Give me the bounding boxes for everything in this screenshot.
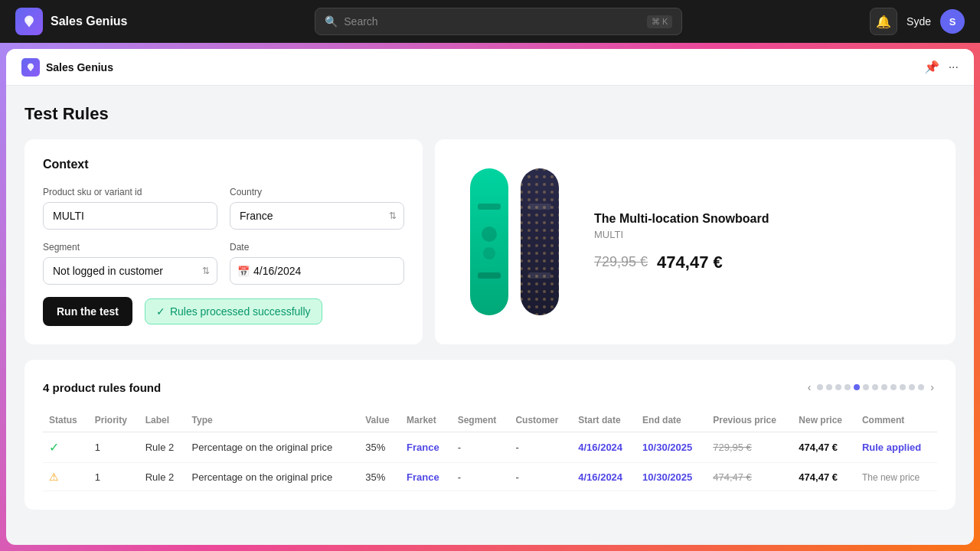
rules-section: 4 product rules found ‹ › [24, 360, 956, 510]
snowboard-images [467, 165, 562, 318]
inner-app-name-label: Sales Genius [46, 61, 113, 73]
page-dot-7[interactable] [872, 384, 878, 390]
row2-value: 35% [359, 463, 400, 491]
old-price: 729,95 € [594, 254, 648, 270]
rules-count-label: 4 product rules found [43, 381, 161, 394]
row1-priority: 1 [89, 432, 139, 463]
page-dot-10[interactable] [900, 384, 906, 390]
row2-comment-value: The new price [862, 472, 920, 483]
row1-label: Rule 2 [139, 432, 186, 463]
row2-start-date: 4/16/2024 [572, 463, 636, 491]
page-dot-4[interactable] [844, 384, 851, 390]
row1-customer: - [509, 432, 572, 463]
notifications-button[interactable]: 🔔 [870, 8, 897, 35]
row2-comment: The new price [856, 463, 937, 491]
checkmark-icon: ✓ [156, 305, 165, 318]
context-card: Context Product sku or variant id Countr… [24, 139, 423, 344]
row2-status: ⚠ [43, 463, 89, 491]
col-segment: Segment [452, 409, 510, 432]
svg-point-0 [28, 18, 31, 22]
success-message: Rules processed successfully [170, 305, 311, 318]
row2-end-date-value: 10/30/2025 [642, 471, 692, 483]
svg-rect-10 [528, 272, 551, 279]
col-start-date: Start date [572, 409, 636, 432]
page-dot-6[interactable] [863, 384, 869, 390]
row2-start-date-value: 4/16/2024 [578, 471, 622, 483]
page-dot-11[interactable] [909, 384, 915, 390]
product-sku: MULTI [594, 229, 769, 240]
next-page-arrow[interactable]: › [927, 378, 937, 396]
table-row: ⚠ 1 Rule 2 Percentage on the original pr… [43, 463, 937, 491]
page-dot-8[interactable] [881, 384, 887, 390]
svg-rect-3 [478, 272, 501, 279]
segment-label: Segment [43, 242, 217, 253]
avatar[interactable]: S [940, 9, 965, 34]
row2-type: Percentage on the original price [186, 463, 360, 491]
row1-start-date-value: 4/16/2024 [578, 442, 622, 453]
product-image-area [453, 158, 576, 326]
row2-market-link[interactable]: France [407, 471, 439, 483]
prev-page-arrow[interactable]: ‹ [805, 378, 815, 396]
main-content-wrapper: Sales Genius 📌 ··· Test Rules Context Pr… [6, 49, 974, 545]
page-content: Test Rules Context Product sku or varian… [6, 86, 974, 545]
country-select[interactable]: France [230, 202, 404, 230]
run-test-button[interactable]: Run the test [43, 297, 132, 326]
row1-new-price-value: 474,47 € [799, 442, 838, 453]
col-label: Label [139, 409, 186, 432]
date-input[interactable] [230, 257, 404, 285]
search-shortcut-badge: ⌘ K [647, 15, 672, 28]
page-dot-12[interactable] [918, 384, 924, 390]
segment-field-group: Segment Not logged in customer [43, 242, 217, 285]
row2-new-price-value: 474,47 € [799, 471, 838, 483]
form-row-1: Product sku or variant id Country France [43, 187, 404, 230]
inner-topbar: Sales Genius 📌 ··· [6, 49, 974, 86]
pin-icon[interactable]: 📌 [924, 60, 939, 74]
row2-segment: - [452, 463, 510, 491]
status-check-icon: ✓ [49, 441, 59, 454]
product-input[interactable] [43, 202, 217, 230]
snowboard-green-image [467, 165, 511, 318]
top-nav-right: 🔔 Syde S [870, 8, 965, 35]
svg-point-4 [482, 227, 497, 242]
rules-table: Status Priority Label Type Value Market … [43, 409, 937, 491]
svg-point-5 [483, 247, 495, 259]
top-navigation: Sales Genius 🔍 Search ⌘ K 🔔 Syde S [0, 0, 980, 43]
app-name-label: Sales Genius [51, 15, 128, 28]
row1-prev-price-value: 729,95 € [713, 442, 752, 453]
country-field-group: Country France [230, 187, 404, 230]
country-label: Country [230, 187, 404, 197]
row1-start-date: 4/16/2024 [572, 432, 636, 463]
col-new-price: New price [792, 409, 856, 432]
row1-segment: - [452, 432, 510, 463]
inner-app-logo-icon [21, 58, 40, 77]
context-title: Context [43, 158, 404, 171]
page-dot-2[interactable] [826, 384, 832, 390]
segment-select[interactable]: Not logged in customer [43, 257, 217, 285]
search-bar[interactable]: 🔍 Search ⌘ K [315, 8, 682, 35]
more-options-icon[interactable]: ··· [949, 60, 959, 74]
page-dot-9[interactable] [890, 384, 897, 390]
inner-topbar-right: 📌 ··· [924, 60, 959, 74]
col-priority: Priority [89, 409, 139, 432]
col-prev-price: Previous price [707, 409, 792, 432]
pagination-dots: ‹ › [805, 378, 937, 396]
row2-customer: - [509, 463, 572, 491]
form-row-2: Segment Not logged in customer Date 📅 [43, 242, 404, 285]
date-label: Date [230, 242, 404, 253]
page-dot-1[interactable] [817, 384, 823, 390]
page-dot-5[interactable] [854, 384, 860, 390]
product-name: The Multi-location Snowboard [594, 212, 769, 226]
svg-rect-8 [521, 168, 559, 315]
new-price: 474,47 € [657, 253, 723, 272]
price-row: 729,95 € 474,47 € [594, 253, 769, 272]
product-field-group: Product sku or variant id [43, 187, 217, 230]
status-warn-icon: ⚠ [49, 471, 59, 483]
row1-market-link[interactable]: France [407, 442, 439, 453]
inner-topbar-left: Sales Genius [21, 58, 113, 77]
product-card: The Multi-location Snowboard MULTI 729,9… [435, 139, 956, 344]
svg-rect-9 [528, 204, 551, 210]
col-customer: Customer [509, 409, 572, 432]
col-end-date: End date [636, 409, 707, 432]
row2-market: France [400, 463, 452, 491]
page-dot-3[interactable] [835, 384, 841, 390]
